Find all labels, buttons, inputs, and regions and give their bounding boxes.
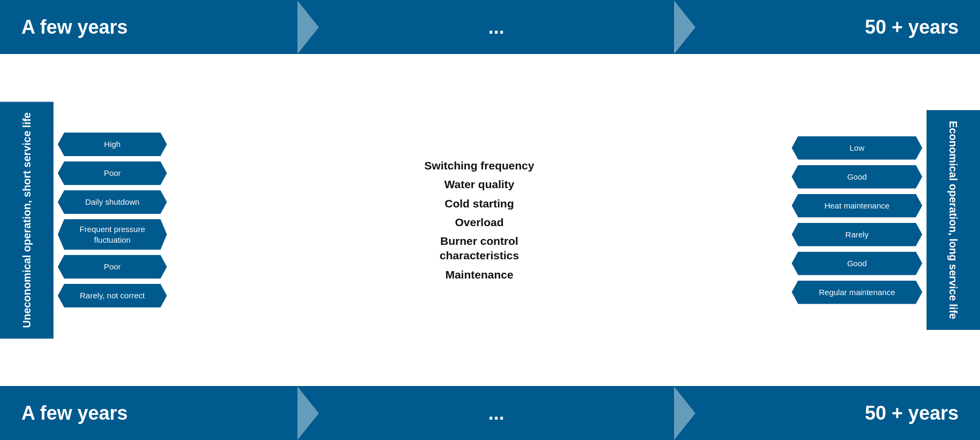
top-arrow-chevron-2	[674, 1, 695, 54]
banner-bottom-dots: ...	[488, 402, 504, 424]
right-chevron-3: Heat maintenance	[792, 194, 922, 218]
left-chevron-5: Poor	[58, 255, 167, 279]
page: A few years ... 50 + years Uneconomical …	[0, 0, 980, 440]
category-label-6: Maintenance	[445, 267, 513, 282]
category-label-3: Cold starting	[445, 196, 514, 211]
main-content: Uneconomical operation, short service li…	[0, 54, 980, 386]
center-labels-panel: Switching frequency Water quality Cold s…	[171, 158, 787, 282]
right-chevron-1: Low	[792, 136, 922, 160]
right-chevron-5: Good	[792, 252, 922, 275]
left-chevron-1: High	[58, 133, 167, 156]
left-side-label: Uneconomical operation, short service li…	[0, 102, 53, 338]
banner-top-right-label: 50 + years	[865, 16, 959, 38]
banner-top: A few years ... 50 + years	[0, 0, 980, 54]
bottom-arrow-chevron-2	[674, 387, 695, 440]
banner-top-left-label: A few years	[21, 16, 128, 38]
banner-bottom-left-label: A few years	[21, 402, 128, 424]
banner-bottom: A few years ... 50 + years	[0, 386, 980, 440]
right-chevron-4: Rarely	[792, 223, 922, 246]
right-chevron-2: Good	[792, 165, 922, 189]
left-chevron-4: Frequent pressure fluctuation	[58, 219, 167, 250]
left-chevrons-panel: High Poor Daily shutdown Frequent pressu…	[53, 133, 171, 307]
category-label-5: Burner control characteristics	[440, 234, 519, 263]
banner-top-dots: ...	[488, 16, 504, 38]
right-chevrons-panel: Low Good Heat maintenance Rarely Good Re…	[787, 136, 927, 304]
left-chevron-6: Rarely, not correct	[58, 284, 167, 307]
right-chevron-6: Regular maintenance	[792, 281, 922, 304]
top-arrow-chevron-1	[297, 1, 319, 54]
left-chevron-2: Poor	[58, 161, 167, 185]
right-side-label: Economical operation, long service life	[927, 110, 980, 330]
category-label-2: Water quality	[444, 177, 514, 191]
category-label-1: Switching frequency	[424, 158, 534, 173]
category-label-4: Overload	[455, 215, 503, 229]
banner-bottom-right-label: 50 + years	[865, 402, 959, 424]
left-chevron-3: Daily shutdown	[58, 190, 167, 214]
bottom-arrow-chevron-1	[297, 387, 319, 440]
